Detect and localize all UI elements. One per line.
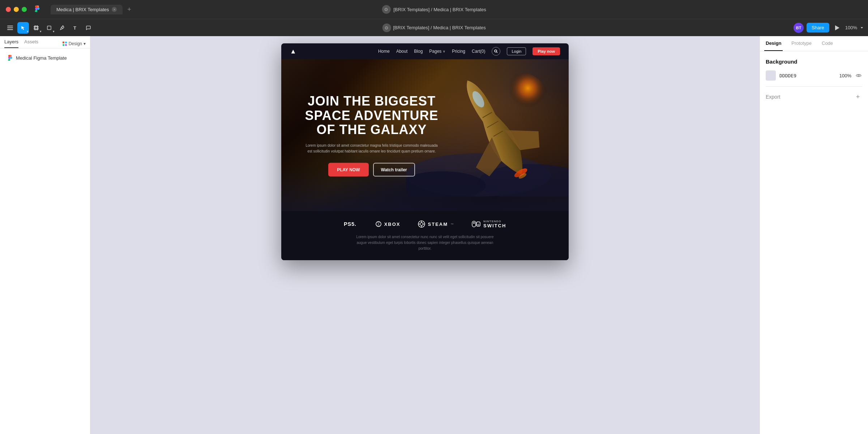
toolbar-right: BT Share 100% [794, 23, 864, 33]
minimize-window-button[interactable] [14, 7, 19, 12]
export-add-button[interactable]: + [854, 93, 862, 101]
hero-play-button[interactable]: Play now [328, 163, 368, 176]
steam-tm-icon: ™ [451, 222, 454, 226]
select-tool-button[interactable]: ▾ [17, 22, 29, 34]
share-button[interactable]: Share [807, 23, 829, 33]
close-window-button[interactable] [6, 7, 11, 12]
export-row: Export + [766, 93, 862, 101]
frame-tool-button[interactable]: ▾ [30, 22, 42, 34]
layer-item[interactable]: Medical Figma Template [4, 53, 86, 63]
login-button[interactable]: Login [507, 47, 526, 55]
export-label: Export [766, 94, 780, 100]
xbox-icon [376, 221, 381, 227]
xbox-label: XBOX [384, 222, 401, 227]
menu-button[interactable] [4, 22, 16, 34]
code-tab[interactable]: Code [820, 36, 834, 51]
nav-about[interactable]: About [396, 49, 407, 54]
canvas-frame: ▲ Home About Blog Pages ∨ Pricing Cart(0… [281, 43, 569, 260]
breadcrumb: ⊙ [BRIX Templates] / Medica | BRIX Templ… [382, 5, 486, 14]
zoom-level[interactable]: 100% [845, 25, 857, 30]
svg-rect-0 [7, 26, 13, 26]
shape-tool-button[interactable]: ▾ [43, 22, 55, 34]
visibility-toggle[interactable] [855, 72, 862, 79]
comment-tool-button[interactable] [82, 22, 94, 34]
nav-cart[interactable]: Cart(0) [472, 49, 485, 54]
active-tab[interactable]: Medica | BRIX Templates × [51, 5, 123, 14]
design-tab[interactable]: Design [764, 36, 783, 51]
present-button[interactable] [832, 23, 842, 33]
steam-icon [418, 220, 425, 228]
left-panel-content: Medical Figma Template [0, 48, 90, 67]
hero-buttons: Play now Watch trailer [303, 163, 440, 176]
svg-line-16 [497, 52, 498, 53]
svg-rect-8 [47, 26, 51, 30]
svg-point-35 [473, 222, 475, 224]
project-avatar: ⊙ [382, 5, 390, 14]
design-tag[interactable]: Design ▾ [62, 41, 86, 46]
svg-point-14 [65, 44, 67, 46]
right-panel-tabs: Design Prototype Code [760, 36, 868, 51]
zoom-chevron-icon[interactable] [860, 26, 864, 30]
search-icon [494, 50, 498, 53]
hero-content: JOIN THE BIGGEST SPACE ADVENTURE OF THE … [303, 94, 440, 177]
canvas-area: ▲ Home About Blog Pages ∨ Pricing Cart(0… [90, 36, 760, 434]
svg-rect-13 [65, 42, 67, 43]
title-bar: Medica | BRIX Templates × + ⊙ [BRIX Temp… [0, 0, 868, 19]
nav-pricing[interactable]: Pricing [452, 49, 465, 54]
tab-title: Medica | BRIX Templates [56, 7, 109, 12]
layers-tab[interactable]: Layers [4, 39, 18, 48]
toolbar: ▾ ▾ ▾ T ⊙ [0, 19, 868, 36]
figma-logo[interactable] [34, 5, 40, 13]
color-hex-value[interactable]: DDDDE9 [779, 73, 796, 78]
svg-text:™: ™ [451, 223, 454, 226]
site-nav-links: Home About Blog Pages ∨ Pricing Cart(0) … [378, 47, 560, 56]
svg-rect-12 [63, 44, 64, 46]
nav-home[interactable]: Home [378, 49, 390, 54]
svg-point-15 [495, 50, 497, 52]
svg-rect-2 [7, 29, 13, 30]
nav-blog[interactable]: Blog [414, 49, 423, 54]
toolbar-project-avatar: ⊙ [382, 23, 391, 32]
tab-close-button[interactable]: × [112, 7, 117, 12]
platform-logos: PS5. XBOX [290, 220, 560, 228]
xbox-platform: XBOX [376, 221, 401, 227]
watch-trailer-button[interactable]: Watch trailer [373, 163, 415, 176]
svg-point-37 [858, 75, 859, 76]
maximize-window-button[interactable] [22, 7, 27, 12]
hero-section: JOIN THE BIGGEST SPACE ADVENTURE OF THE … [281, 59, 569, 211]
site-nav: ▲ Home About Blog Pages ∨ Pricing Cart(0… [281, 43, 569, 59]
left-panel-tabs: Layers Assets Design ▾ [0, 36, 90, 48]
nav-playnow-button[interactable]: Play now [533, 47, 560, 55]
nintendo-icon [472, 220, 480, 228]
assets-tab[interactable]: Assets [24, 39, 38, 48]
tab-bar: Medica | BRIX Templates × + [51, 4, 134, 14]
svg-point-36 [478, 224, 479, 225]
steam-label: STEAM [428, 222, 448, 227]
background-section-title: Background [766, 59, 862, 65]
color-opacity-value[interactable]: 100% [839, 73, 851, 78]
nav-search-button[interactable] [492, 47, 500, 56]
svg-rect-11 [63, 42, 64, 43]
steam-platform: STEAM ™ [418, 220, 455, 228]
text-tool-button[interactable]: T [69, 22, 81, 34]
left-panel: Layers Assets Design ▾ [0, 36, 90, 434]
prototype-tab[interactable]: Prototype [790, 36, 813, 51]
hero-title: JOIN THE BIGGEST SPACE ADVENTURE OF THE … [303, 94, 440, 137]
nav-pages[interactable]: Pages ∨ [429, 49, 445, 54]
ps5-icon: PS5. [344, 220, 358, 228]
user-avatar[interactable]: BT [794, 23, 804, 33]
right-panel-content: Background DDDDE9 100% Export + [760, 51, 868, 108]
traffic-lights [6, 7, 27, 12]
right-panel: Design Prototype Code Background DDDDE9 … [760, 36, 868, 434]
nintendo-label: SWITCH [483, 223, 506, 228]
ps5-platform: PS5. [344, 220, 358, 228]
platform-section: PS5. XBOX [281, 211, 569, 260]
color-swatch[interactable] [766, 70, 776, 81]
site-logo-icon: ▲ [290, 48, 296, 55]
new-tab-button[interactable]: + [124, 4, 134, 14]
nintendo-platform: NINTENDO SWITCH [472, 220, 506, 228]
svg-text:T: T [73, 25, 76, 30]
pen-tool-button[interactable] [56, 22, 68, 34]
divider [766, 86, 862, 87]
layer-figma-icon [7, 55, 13, 61]
